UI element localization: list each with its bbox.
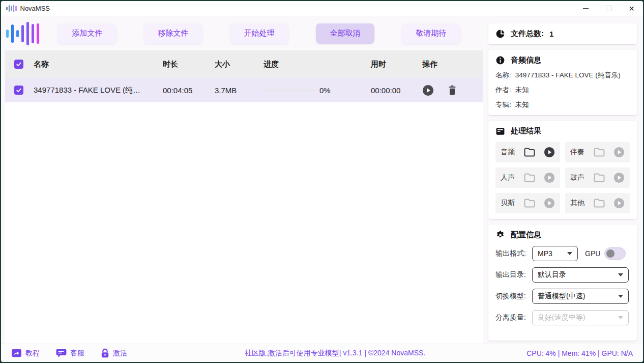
titlebar: NovaMSS ✕ [1,1,643,16]
play-result-button[interactable] [544,198,555,209]
chevron-down-icon [618,316,623,319]
pie-chart-icon [495,29,505,39]
row-progress: 0% [259,86,367,95]
config-card: 配置信息 输出格式: MP3 GPU 输出目录: 默认目录 [488,225,637,341]
results-card: 处理结果 音频 伴奏 人声 [488,121,637,219]
folder-icon [593,173,605,183]
lock-icon [101,348,109,358]
main-panel: 添加文件 移除文件 开始处理 全部取消 敬请期待 名称 时长 [1,16,483,344]
play-result-button[interactable] [544,147,555,158]
progress-label: 0% [319,86,331,95]
total-files-value: 1 [549,30,553,38]
row-play-button[interactable] [422,85,434,96]
minimize-button[interactable] [574,1,597,16]
header-duration: 时长 [159,60,211,69]
header-size: 大小 [211,60,259,69]
open-folder-button[interactable] [523,147,536,157]
close-button[interactable]: ✕ [620,1,643,16]
folder-icon [593,198,605,208]
play-circle-icon [613,198,625,209]
gpu-toggle[interactable] [604,247,626,260]
audio-artist-field: 作者: 未知 [495,86,630,95]
open-folder-button[interactable] [593,147,605,157]
output-format-select[interactable]: MP3 [532,246,578,261]
row-delete-button[interactable] [447,85,457,96]
audio-album-field: 专辑: 未知 [495,100,630,109]
minimize-icon [583,8,589,9]
play-result-button[interactable] [613,172,625,183]
play-result-button[interactable] [613,198,625,209]
cancel-all-button[interactable]: 全部取消 [316,23,374,44]
folder-icon [593,147,605,157]
toolbar: 添加文件 移除文件 开始处理 全部取消 敬请期待 [1,16,483,50]
result-tile-drums: 鼓声 [565,167,630,188]
system-usage-text: CPU: 4% | Mem: 41% | GPU: N/A [526,349,633,357]
header-elapsed: 用时 [367,60,418,69]
output-dir-row: 输出目录: 默认目录 [495,267,630,283]
chevron-down-icon [618,273,623,276]
audio-info-title: 音频信息 [511,55,541,65]
check-icon [16,61,22,67]
support-link[interactable]: 客服 [56,348,84,358]
chat-bubble-icon [56,348,67,358]
add-file-button[interactable]: 添加文件 [58,23,116,44]
play-circle-icon [544,198,555,209]
open-folder-button[interactable] [593,198,605,208]
trash-icon [447,85,457,96]
row-checkbox[interactable] [14,86,23,95]
status-bar: 教程 客服 激活 社区版,激活后可使用专业模型| v1.3.1 | ©2024 … [1,344,643,362]
open-folder-button[interactable] [523,173,536,183]
gpu-label: GPU [585,249,600,258]
total-files-card: 文件总数: 1 [488,23,637,44]
row-duration: 00:04:05 [159,86,211,95]
play-result-button[interactable] [544,172,555,183]
play-circle-icon [613,172,625,183]
open-folder-button[interactable] [523,198,536,208]
row-name: 349771833 - FAKE LOVE (纯… [30,86,159,95]
model-row: 切换模型: 普通模型(中速) [495,289,630,304]
info-circle-icon [495,55,505,65]
maximize-button[interactable] [597,1,620,16]
play-circle-icon [544,147,555,158]
sidebar: 文件总数: 1 音频信息 名称: 349771833 - FAKE LOVE (… [483,16,643,344]
folder-icon [523,147,536,157]
window-title: NovaMSS [20,5,50,12]
folder-icon [523,198,536,208]
version-status-text: 社区版,激活后可使用专业模型| v1.3.1 | ©2024 NovaMSS. [143,349,526,358]
chevron-down-icon [618,295,623,298]
audio-info-card: 音频信息 名称: 349771833 - FAKE LOVE (纯音乐) 作者:… [488,50,637,115]
play-circle-icon [422,85,434,96]
output-dir-label: 输出目录: [495,270,532,280]
app-waveform-icon [6,5,17,13]
results-title: 处理结果 [511,126,541,136]
row-size: 3.7MB [211,86,259,95]
total-files-label: 文件总数: [511,29,544,39]
tutorial-link[interactable]: 教程 [11,348,40,358]
play-circle-icon [613,147,625,158]
waveform-logo-icon [6,21,50,46]
share-arrow-icon [11,348,22,358]
quality-row: 分离质量: 良好(速度中等) [495,310,630,325]
maximize-icon [606,6,611,11]
output-dir-select[interactable]: 默认目录 [532,267,629,283]
result-tile-vocals: 人声 [495,167,560,188]
open-folder-button[interactable] [593,173,605,183]
close-icon: ✕ [629,5,635,12]
coming-soon-button[interactable]: 敬请期待 [402,23,460,44]
start-processing-button[interactable]: 开始处理 [230,23,288,44]
quality-label: 分离质量: [495,313,532,322]
remove-file-button[interactable]: 移除文件 [144,23,202,44]
table-row[interactable]: 349771833 - FAKE LOVE (纯… 00:04:05 3.7MB… [5,78,483,102]
audio-name-field: 名称: 349771833 - FAKE LOVE (纯音乐) [495,71,630,80]
quality-select: 良好(速度中等) [532,310,629,325]
model-select[interactable]: 普通模型(中速) [532,289,629,304]
activate-link[interactable]: 激活 [101,348,127,358]
model-label: 切换模型: [495,292,532,301]
result-tile-other: 其他 [565,193,630,213]
chevron-down-icon [567,252,572,255]
output-format-label: 输出格式: [495,249,532,258]
card-list-icon [495,126,505,136]
gear-icon [495,230,505,240]
play-result-button[interactable] [613,147,625,158]
select-all-checkbox[interactable] [14,60,23,69]
